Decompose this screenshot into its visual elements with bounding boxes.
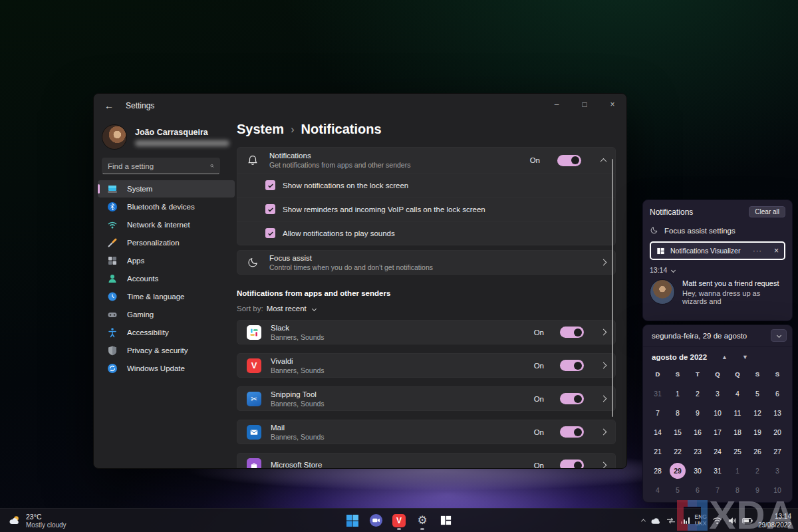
calendar-day[interactable]: 4 [648, 481, 668, 499]
notification-group-header[interactable]: Notifications Visualizer ··· × [650, 241, 785, 260]
focus-assist-card[interactable]: Focus assist Control times when you do a… [237, 250, 616, 275]
calendar-day[interactable]: 6 [767, 384, 787, 403]
chat-button[interactable] [367, 511, 384, 531]
calendar-day[interactable]: 25 [728, 442, 747, 461]
calendar-day[interactable]: 30 [688, 462, 708, 480]
tray-expand-icon[interactable] [642, 519, 645, 522]
calendar-day[interactable]: 1 [728, 462, 747, 480]
sidebar-item-bluetooth[interactable]: Bluetooth & devices [98, 198, 235, 215]
calendar-day[interactable]: 6 [688, 481, 708, 499]
vivaldi-taskbar-button[interactable]: V [390, 511, 408, 531]
calendar-day[interactable]: 14 [648, 423, 668, 442]
search-box[interactable] [102, 158, 220, 174]
calendar-day[interactable]: 20 [767, 423, 787, 442]
app-row-microsoft-store[interactable]: Microsoft Store On [237, 453, 616, 469]
focus-assist-settings-link[interactable]: Focus assist settings [650, 226, 785, 235]
user-profile[interactable]: João Carrasqueira [102, 124, 229, 150]
calendar-day[interactable]: 10 [708, 404, 728, 422]
calendar-day[interactable]: 8 [728, 481, 747, 499]
calendar-day[interactable]: 22 [668, 442, 688, 461]
app-row-vivaldi[interactable]: V Vivaldi Banners, Sounds On [237, 353, 616, 378]
calendar-day[interactable]: 5 [668, 481, 688, 499]
calendar-day[interactable]: 11 [728, 404, 747, 422]
calendar-day[interactable]: 8 [668, 404, 688, 422]
app-toggle[interactable] [560, 327, 584, 338]
calendar-day[interactable]: 9 [747, 481, 767, 499]
back-button[interactable]: ← [98, 96, 120, 116]
calendar-day[interactable]: 26 [747, 442, 767, 461]
sidebar-item-time-language[interactable]: Time & language [98, 288, 235, 305]
search-input[interactable] [108, 162, 210, 170]
calendar-day[interactable]: 23 [688, 442, 708, 461]
calendar-day[interactable]: 4 [728, 384, 747, 403]
calendar-day[interactable]: 10 [767, 481, 787, 499]
checkbox-checked[interactable] [265, 180, 275, 190]
calendar-day[interactable]: 2 [688, 384, 708, 403]
calendar-day[interactable]: 27 [767, 442, 787, 461]
weather-widget[interactable]: 23°C Mostly cloudy [0, 513, 66, 529]
calendar-day[interactable]: 7 [648, 404, 668, 422]
calendar-day[interactable]: 3 [708, 384, 728, 403]
calendar-day[interactable]: 9 [688, 404, 708, 422]
calendar-day[interactable]: 13 [767, 404, 787, 422]
calendar-day[interactable]: 3 [767, 462, 787, 480]
calendar-day[interactable]: 31 [648, 384, 668, 403]
calendar-day[interactable]: 16 [688, 423, 708, 442]
breadcrumb-root[interactable]: System [237, 122, 284, 137]
calendar-day[interactable]: 7 [708, 481, 728, 499]
notifications-toggle[interactable] [557, 155, 581, 166]
taskbar-clock[interactable]: 13:14 29/08/2022 [758, 512, 791, 529]
start-button[interactable] [344, 511, 361, 531]
settings-taskbar-button[interactable]: ⚙ [414, 511, 431, 531]
calendar-collapse-button[interactable] [771, 329, 787, 342]
sidebar-item-windows-update[interactable]: Windows Update [98, 360, 235, 377]
app-toggle[interactable] [560, 426, 584, 438]
sidebar-item-privacy[interactable]: Privacy & security [98, 342, 235, 359]
sidebar-item-apps[interactable]: Apps [98, 252, 235, 269]
maximize-button[interactable]: □ [571, 94, 598, 115]
calendar-day[interactable]: 28 [648, 462, 668, 480]
app-row-snipping-tool[interactable]: ✂ Snipping Tool Banners, Sounds On [237, 386, 616, 411]
ethernet-icon[interactable] [666, 517, 676, 525]
battery-icon[interactable] [742, 517, 753, 524]
checkbox-checked[interactable] [265, 228, 275, 238]
onedrive-cloud-icon[interactable] [650, 517, 661, 525]
notifications-visualizer-taskbar-button[interactable] [437, 511, 454, 531]
lockscreen-notifications-row[interactable]: Show notifications on the lock screen [237, 174, 616, 198]
sidebar-item-accessibility[interactable]: Accessibility [98, 324, 235, 341]
calendar-day[interactable]: 17 [708, 423, 728, 442]
close-notification-icon[interactable]: × [774, 246, 779, 255]
calendar-day[interactable]: 31 [708, 462, 728, 480]
sidebar-item-accounts[interactable]: Accounts [98, 270, 235, 287]
notification-toast[interactable]: Matt sent you a friend request Hey, wann… [650, 279, 785, 305]
notification-timestamp-row[interactable]: 13:14 [650, 266, 785, 274]
voip-reminders-row[interactable]: Show reminders and incoming VoIP calls o… [237, 198, 616, 221]
app-toggle[interactable] [560, 360, 584, 371]
clear-all-button[interactable]: Clear all [749, 206, 785, 217]
chevron-up-icon[interactable] [600, 158, 607, 164]
sidebar-item-gaming[interactable]: Gaming [98, 306, 235, 323]
sidebar-item-personalization[interactable]: Personalization [98, 234, 235, 251]
calendar-day[interactable]: 15 [668, 423, 688, 442]
checkbox-checked[interactable] [265, 204, 275, 214]
minimize-button[interactable]: – [543, 94, 571, 115]
calendar-day[interactable]: 1 [668, 384, 688, 403]
app-toggle[interactable] [560, 393, 584, 404]
sidebar-item-network[interactable]: Network & internet [98, 216, 235, 233]
close-button[interactable]: × [598, 94, 626, 115]
more-options-icon[interactable]: ··· [753, 247, 762, 255]
app-row-mail[interactable]: Mail Banners, Sounds On [237, 420, 616, 444]
calendar-day[interactable]: 5 [747, 384, 767, 403]
activity-bars-icon[interactable] [681, 517, 690, 524]
sort-dropdown[interactable]: Sort by: Most recent [237, 305, 316, 313]
calendar-day[interactable]: 12 [747, 404, 767, 422]
sidebar-item-system[interactable]: System [98, 180, 235, 198]
calendar-day[interactable]: 24 [708, 442, 728, 461]
play-sounds-row[interactable]: Allow notifications to play sounds [237, 221, 616, 245]
language-indicator[interactable]: ENG UKX [695, 514, 707, 527]
calendar-next-icon[interactable]: ▼ [742, 354, 748, 360]
calendar-day[interactable]: 18 [728, 423, 747, 442]
notifications-setting-card[interactable]: Notifications Get notifications from app… [237, 147, 616, 174]
calendar-day[interactable]: 19 [747, 423, 767, 442]
calendar-day-selected[interactable]: 29 [668, 462, 688, 480]
